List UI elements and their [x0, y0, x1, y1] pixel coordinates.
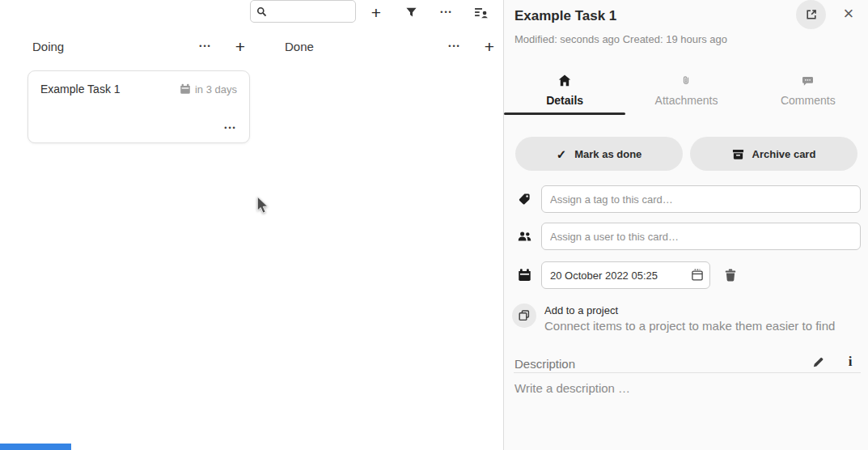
description-editor[interactable]: Write a description … — [514, 381, 630, 395]
pencil-icon — [812, 356, 824, 368]
filter-button[interactable] — [400, 2, 421, 23]
tab-details[interactable]: Details — [504, 68, 625, 115]
card-header: Example Task 1 in 3 days — [28, 71, 249, 96]
panel-meta: Modified: seconds ago Created: 19 hours … — [514, 33, 727, 45]
mark-as-done-button[interactable]: ✓ Mark as done — [515, 137, 683, 171]
due-date-field[interactable]: 20 October 2022 05:25 — [541, 261, 710, 289]
assign-tag-input[interactable] — [541, 185, 861, 213]
tab-comments[interactable]: Comments — [747, 68, 868, 115]
tab-label: Attachments — [655, 94, 718, 107]
more-icon: ••• — [448, 43, 460, 50]
card-details-panel: Example Task 1 Modified: seconds ago Cre… — [503, 0, 868, 450]
add-card-toolbar-button[interactable]: + — [366, 2, 387, 23]
tab-label: Details — [546, 94, 583, 107]
description-divider — [514, 372, 861, 373]
list-user-icon — [475, 6, 489, 19]
description-info-button[interactable]: i — [840, 351, 861, 372]
search-icon — [256, 6, 267, 17]
archive-card-label: Archive card — [752, 148, 816, 160]
tab-attachments[interactable]: Attachments — [625, 68, 747, 115]
due-date-row: 20 October 2022 05:25 — [504, 261, 868, 289]
column-menu-button[interactable]: ••• — [196, 36, 215, 56]
edit-description-button[interactable] — [807, 351, 829, 372]
due-date-value: 20 October 2022 05:25 — [550, 270, 658, 282]
archive-icon — [732, 148, 744, 160]
more-icon: ••• — [224, 125, 236, 132]
column-add-button[interactable]: + — [231, 36, 250, 56]
more-icon: ••• — [440, 9, 452, 16]
paperclip-icon — [681, 74, 691, 87]
column-done: Done ••• + — [280, 34, 499, 58]
plus-icon: + — [235, 38, 245, 55]
calendar-icon — [180, 83, 191, 95]
filter-icon — [405, 6, 417, 19]
mouse-cursor — [256, 196, 269, 218]
mark-as-done-label: Mark as done — [574, 148, 641, 160]
close-panel-button[interactable]: × — [837, 2, 860, 25]
add-to-project-button[interactable] — [512, 304, 536, 328]
board-view-button[interactable] — [471, 2, 492, 23]
progress-bar — [0, 444, 71, 450]
column-header: Doing ••• + — [28, 34, 250, 58]
card-due-date: in 3 days — [180, 83, 237, 96]
user-row — [504, 223, 868, 250]
card-due-label: in 3 days — [195, 83, 237, 96]
archive-card-button[interactable]: Archive card — [690, 137, 857, 171]
column-title: Doing — [28, 40, 64, 53]
add-to-project-subtitle: Connect items to a project to make them … — [544, 319, 835, 333]
date-picker-button[interactable] — [691, 269, 704, 282]
card-menu-button[interactable]: ••• — [221, 118, 240, 138]
column-doing: Doing ••• + Example Task 1 in 3 days ••• — [28, 34, 250, 58]
assign-user-input[interactable] — [541, 223, 861, 250]
home-icon — [558, 74, 571, 87]
remove-date-button[interactable] — [719, 264, 742, 287]
search-box[interactable] — [250, 0, 356, 23]
comment-icon — [802, 76, 814, 87]
description-label: Description — [514, 357, 575, 371]
more-icon: ••• — [199, 43, 211, 50]
tab-label: Comments — [781, 94, 836, 107]
calendar-outline-icon — [691, 269, 704, 282]
panel-tabs: Details Attachments Comments — [504, 68, 868, 115]
check-icon: ✓ — [557, 148, 567, 160]
panel-title: Example Task 1 — [514, 8, 616, 24]
column-menu-button[interactable]: ••• — [445, 36, 464, 56]
open-in-window-button[interactable] — [796, 0, 826, 29]
board-pane: + ••• Doing ••• + Example Task 1 — [0, 0, 503, 450]
calendar-icon — [518, 269, 531, 282]
external-link-icon — [805, 8, 818, 21]
info-icon: i — [849, 354, 853, 369]
project-frames-icon — [518, 309, 531, 322]
tag-icon — [518, 193, 531, 206]
column-title: Done — [280, 40, 314, 53]
users-icon — [518, 231, 531, 242]
add-to-project-title: Add to a project — [544, 304, 618, 316]
card-actions: ✓ Mark as done Archive card — [515, 137, 857, 171]
task-card[interactable]: Example Task 1 in 3 days ••• — [28, 70, 250, 143]
column-header: Done ••• + — [280, 34, 499, 58]
close-icon: × — [844, 3, 854, 23]
card-title: Example Task 1 — [40, 83, 121, 96]
trash-icon — [725, 269, 736, 282]
tag-row — [504, 185, 868, 213]
search-input[interactable] — [271, 6, 352, 18]
column-add-button[interactable]: + — [480, 36, 499, 56]
plus-icon: + — [371, 4, 381, 21]
board-menu-button[interactable]: ••• — [436, 2, 457, 23]
plus-icon: + — [485, 38, 494, 55]
add-to-project-row[interactable]: Add to a project Connect items to a proj… — [504, 303, 868, 332]
